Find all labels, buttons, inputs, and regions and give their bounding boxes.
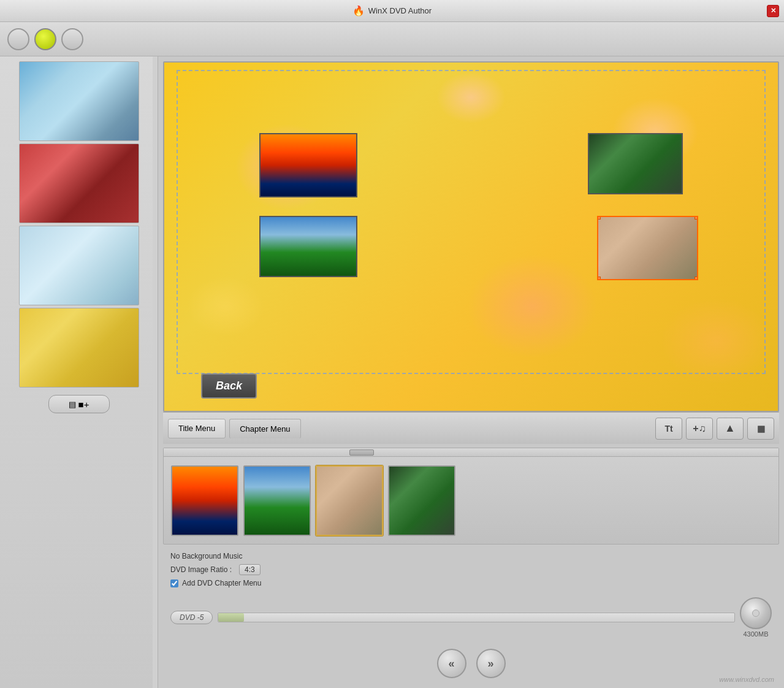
dvd-badge: DVD -5 [170, 611, 213, 624]
title-bar: 🔥 WinX DVD Author ✕ [0, 0, 784, 22]
sidebar-thumb-4[interactable] [19, 308, 139, 388]
title-bar-title: 🔥 WinX DVD Author [352, 5, 432, 17]
chapter-thumb-tree[interactable] [259, 216, 357, 277]
timeline-content [164, 457, 778, 544]
film-tool-button[interactable]: ▦ [747, 418, 774, 440]
add-media-icon: ▤ [69, 400, 76, 409]
chapter-thumb-hands[interactable] [597, 216, 698, 280]
nav-buttons: « » [163, 644, 779, 683]
preview-area: Back [163, 61, 779, 412]
resize-handle-bl[interactable] [597, 277, 601, 280]
music-icon: +♫ [693, 423, 706, 434]
add-chapter-label: Add DVD Chapter Menu [182, 579, 261, 587]
sidebar-thumb-1[interactable] [19, 61, 139, 141]
prev-button[interactable]: « [437, 649, 466, 678]
close-button[interactable]: ✕ [767, 5, 779, 17]
add-media-button[interactable]: ▤ ■+ [48, 395, 110, 413]
watermark: www.winxdvd.com [719, 676, 774, 683]
app-title: WinX DVD Author [368, 6, 432, 15]
back-button-preview[interactable]: Back [201, 373, 257, 399]
upload-icon: ▲ [725, 422, 736, 435]
main-area: ▤ ■+ Back [0, 56, 784, 688]
music-tool-button[interactable]: +♫ [686, 418, 713, 440]
resize-handle-br[interactable] [695, 277, 698, 280]
timeline-thumb-3[interactable] [316, 465, 383, 536]
sidebar-thumb-3[interactable] [19, 226, 139, 305]
status-row: No Background Music [170, 552, 772, 560]
toolbar-btn-2[interactable] [34, 28, 56, 50]
sidebar-scrollbar[interactable] [153, 56, 158, 688]
title-menu-tab[interactable]: Title Menu [168, 419, 226, 438]
bottom-bar: No Background Music DVD Image Ratio : 4:… [163, 548, 779, 591]
ratio-row: DVD Image Ratio : 4:3 [170, 564, 772, 575]
timeline-scroll-thumb[interactable] [349, 449, 374, 456]
timeline-thumb-2[interactable] [243, 465, 311, 536]
toolbar-btn-1[interactable] [7, 28, 29, 50]
next-button[interactable]: » [476, 649, 506, 678]
timeline-scrollbar[interactable] [164, 448, 778, 457]
dvd-row: DVD -5 4300MB [163, 595, 779, 640]
preview-bottom-bar: Title Menu Chapter Menu Tt +♫ ▲ ▦ [163, 412, 779, 444]
no-bg-music-label: No Background Music [170, 552, 242, 560]
dvd-ratio-label: DVD Image Ratio : [170, 565, 232, 574]
timeline-thumb-4[interactable] [388, 465, 455, 536]
chapter-thumb-sunset[interactable] [259, 133, 357, 197]
dvd-progress-fill [218, 613, 244, 622]
flame-icon: 🔥 [352, 5, 365, 17]
film-icon: ▦ [757, 424, 765, 434]
ratio-badge: 4:3 [239, 564, 261, 575]
add-media-label: ■+ [78, 399, 89, 410]
resize-handle-tl[interactable] [597, 216, 601, 220]
chapter-thumb-leaves[interactable] [588, 133, 683, 194]
chapter-menu-tab[interactable]: Chapter Menu [229, 419, 300, 438]
toolbar [0, 22, 784, 56]
right-content: Back Title Menu Chapter Menu Tt +♫ ▲ ▦ [158, 56, 784, 688]
sidebar-thumb-2[interactable] [19, 143, 139, 223]
dvd-disc-icon [740, 597, 772, 629]
dvd-size-label: 4300MB [744, 630, 769, 638]
sidebar: ▤ ■+ [0, 56, 158, 688]
chapter-menu-row: Add DVD Chapter Menu [170, 579, 772, 587]
resize-handle-tr[interactable] [695, 216, 698, 220]
toolbar-btn-3[interactable] [61, 28, 83, 50]
timeline-thumb-1[interactable] [171, 465, 238, 536]
upload-tool-button[interactable]: ▲ [717, 418, 744, 440]
dvd-progress-bar [218, 613, 735, 622]
add-chapter-checkbox[interactable] [170, 579, 178, 587]
text-tool-button[interactable]: Tt [655, 418, 682, 440]
timeline-area [163, 448, 779, 545]
